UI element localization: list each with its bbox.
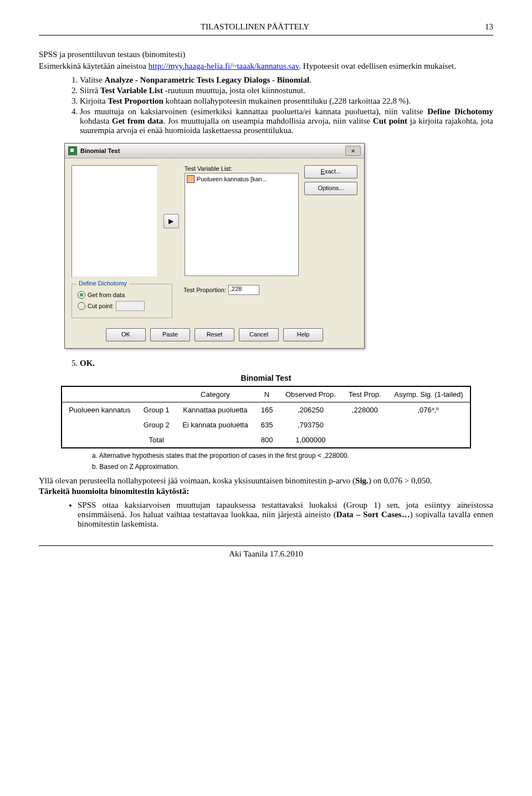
- col-testprop: Test Prop.: [342, 386, 387, 402]
- radio-on-icon: [78, 291, 85, 299]
- test-proportion-label: Test Proportion:: [183, 287, 226, 293]
- help-button[interactable]: Help: [283, 328, 323, 341]
- table-row: Puolueen kannatus Group 1 Kannattaa puol…: [62, 402, 470, 418]
- instruction-list: Valitse Analyze - Nonparametric Tests Le…: [64, 75, 493, 135]
- dataset-link[interactable]: http://myy.haaga-helia.fi/~taaak/kannatu…: [149, 62, 299, 70]
- page-number: 13: [471, 22, 493, 32]
- intro-pre: Esimerkkinä käytetään aineistoa: [39, 62, 149, 70]
- step-3: Kirjoita Test Proportion kohtaan nollahy…: [80, 96, 493, 106]
- intro-post: . Hypoteesit ovat edellisen esimerkin mu…: [299, 62, 456, 70]
- section-title: SPSS ja prosenttiluvun testaus (binomite…: [39, 50, 493, 59]
- page-header-title: TILASTOLLINEN PÄÄTTELY: [39, 22, 471, 32]
- radio-off-icon: [78, 302, 85, 310]
- col-observed: Observed Prop.: [279, 386, 342, 402]
- groupbox-title: Define Dichotomy: [76, 280, 129, 287]
- cancel-button[interactable]: Cancel: [239, 328, 279, 341]
- bullet-list: SPSS ottaa kaksiarvoisen muuttujan tapau…: [64, 501, 493, 529]
- step-1: Valitse Analyze - Nonparametric Tests Le…: [80, 75, 493, 85]
- col-blank1: [62, 386, 137, 402]
- table-row: Total 800 1,000000: [62, 432, 470, 448]
- table-note-b: b. Based on Z Approximation.: [92, 463, 471, 471]
- cut-point-input[interactable]: [116, 301, 145, 311]
- ok-button[interactable]: OK: [106, 328, 146, 341]
- move-right-button[interactable]: ▶: [163, 214, 179, 228]
- source-variable-list[interactable]: [71, 165, 158, 277]
- step-2: Siirrä Test Variable List -ruutuun muutt…: [80, 86, 493, 95]
- target-list-label: Test Variable List:: [185, 165, 299, 172]
- radio-get-from-data[interactable]: Get from data: [78, 291, 166, 299]
- spss-binomial-dialog: Binomial Test ✕ ▶ Test Variable List: Pu…: [64, 143, 365, 349]
- col-n: N: [255, 386, 279, 402]
- test-variable-list[interactable]: Puolueen kannatus [kan...: [185, 173, 299, 276]
- radio-cut-point[interactable]: Cut point:: [78, 301, 166, 311]
- col-sig: Asymp. Sig. (1-tailed): [387, 386, 470, 402]
- reset-button[interactable]: Reset: [195, 328, 234, 341]
- output-title: Binomial Test: [61, 374, 471, 382]
- col-category: Category: [176, 386, 255, 402]
- dialog-titlebar: Binomial Test ✕: [65, 144, 364, 159]
- step-4: Jos muuttuja on kaksiarvoinen (esimerkik…: [80, 107, 493, 135]
- intro-paragraph: Esimerkkinä käytetään aineistoa http://m…: [39, 62, 493, 71]
- dialog-title: Binomial Test: [80, 147, 345, 154]
- variable-icon: [187, 175, 195, 183]
- variable-item[interactable]: Puolueen kannatus [kan...: [186, 175, 297, 183]
- result-paragraph: Yllä olevan perusteella nollahypoteesi j…: [39, 476, 493, 486]
- radio-cut-label: Cut point:: [88, 303, 114, 309]
- options-button[interactable]: Options...: [304, 182, 357, 195]
- paste-button[interactable]: Paste: [150, 328, 190, 341]
- exact-button[interactable]: Exact...: [304, 165, 357, 178]
- table-note-a: a. Alternative hypothesis states that th…: [92, 452, 471, 460]
- spss-output-table: Binomial Test Category N Observed Prop. …: [61, 374, 471, 471]
- bullet-item: SPSS ottaa kaksiarvoisen muuttujan tapau…: [78, 501, 493, 529]
- test-proportion-input[interactable]: ,228: [228, 285, 259, 295]
- step-5: OK.: [80, 359, 493, 368]
- dialog-app-icon: [68, 146, 77, 155]
- table-row: Group 2 Ei kannata puoluetta 635 ,793750: [62, 417, 470, 432]
- col-blank2: [137, 386, 176, 402]
- footer-text: Aki Taanila 17.6.2010: [39, 549, 493, 559]
- variable-item-label: Puolueen kannatus [kan...: [197, 176, 267, 182]
- define-dichotomy-groupbox: Define Dichotomy Get from data Cut point…: [71, 284, 172, 318]
- important-title: Tärkeitä huomioita binomitestin käytöstä…: [39, 487, 493, 496]
- close-icon[interactable]: ✕: [345, 146, 361, 156]
- radio-get-label: Get from data: [88, 292, 125, 298]
- instruction-list-cont: OK.: [64, 359, 493, 368]
- footer-divider: [39, 545, 493, 546]
